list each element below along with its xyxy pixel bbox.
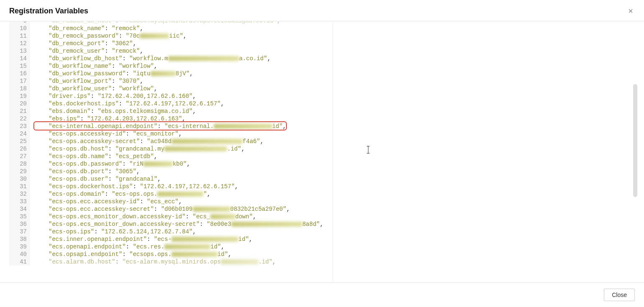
modal-footer: Close (0, 282, 644, 307)
code-editor[interactable]: 9101112131415161718192021222324252627282… (9, 21, 630, 282)
editor-ruler (332, 21, 333, 282)
line-number-gutter: 9101112131415161718192021222324252627282… (9, 21, 30, 266)
modal-body: 9101112131415161718192021222324252627282… (0, 21, 644, 282)
text-cursor-icon (368, 146, 368, 154)
close-button[interactable]: Close (604, 289, 635, 301)
modal-header: Registration Variables × (0, 0, 644, 21)
close-icon[interactable]: × (626, 6, 635, 16)
registration-variables-modal: Registration Variables × 910111213141516… (0, 0, 644, 307)
code-content[interactable]: "db_remock_db_host": "remock.mysql.minir… (30, 21, 630, 266)
scrollbar-thumb[interactable] (633, 84, 637, 197)
modal-title: Registration Variables (9, 7, 88, 15)
